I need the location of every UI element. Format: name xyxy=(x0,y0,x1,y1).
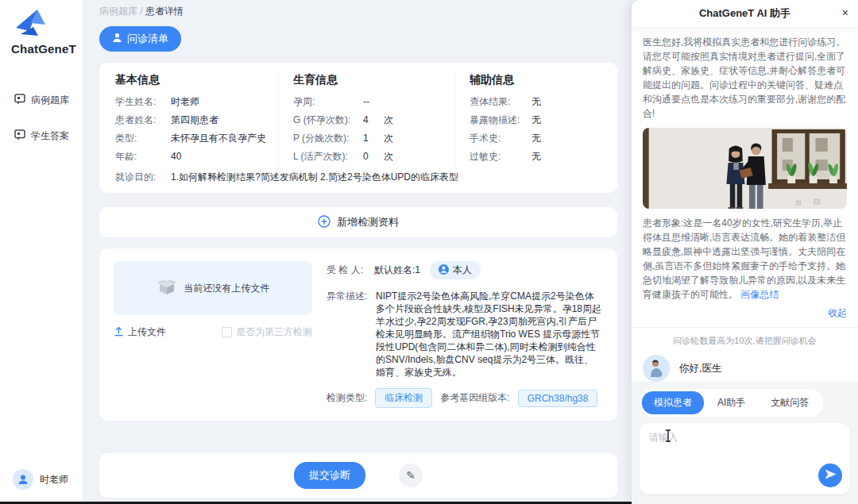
chat-square-icon xyxy=(14,129,25,143)
info-row: 手术史:无 xyxy=(470,133,590,144)
sidebar: ChatGeneT 病例题库 学生答案 时老师 xyxy=(0,0,83,504)
examinee-tag-label: 本人 xyxy=(453,264,472,277)
info-row: 暴露物描述:无 xyxy=(470,114,590,126)
round-limit-notice: 问诊轮数最高为10次,请把握问诊机会 xyxy=(643,335,847,347)
auxiliary-info-column: 辅助信息 查体结果:无 暴露物描述:无 手术史:无 过敏史:无 xyxy=(454,73,601,169)
genome-version-tag[interactable]: GRCh38/hg38 xyxy=(518,390,598,407)
abnormal-desc-text: NIPT提示2号染色体高风险,羊穿CMA提示2号染色体多个片段嵌合性缺失,核型及… xyxy=(376,290,603,379)
fertility-info-title: 生育信息 xyxy=(293,73,443,87)
info-row: 患者姓名:第四期患者 xyxy=(115,114,267,126)
third-party-checkbox-label: 是否为第三方检测 xyxy=(236,325,312,339)
consult-list-button[interactable]: 问诊清单 xyxy=(99,26,181,52)
info-row: P (分娩次数):1次 xyxy=(293,133,443,144)
sidebar-user[interactable]: 时老师 xyxy=(13,469,68,490)
person-icon xyxy=(439,264,449,277)
info-row: 过敏史:无 xyxy=(470,151,590,163)
breadcrumb-current: 患者详情 xyxy=(145,6,184,17)
breadcrumb: 病例题库 / 患者详情 xyxy=(99,5,617,18)
patient-message-row: 你好,医生 xyxy=(643,355,847,382)
detection-card: 当前还没有上传文件 上传文件 是否为第三方检测 xyxy=(99,248,617,421)
submit-diagnosis-button[interactable]: 提交诊断 xyxy=(294,462,365,489)
pencil-icon: ✎ xyxy=(406,469,415,482)
edit-pencil-button[interactable]: ✎ xyxy=(399,464,423,487)
logo: ChatGeneT xyxy=(0,0,83,56)
basic-info-column: 基本信息 学生姓名:时老师 患者姓名:第四期患者 类型:未怀孕且有不良孕产史 年… xyxy=(115,73,278,169)
upload-file-button[interactable]: 上传文件 xyxy=(114,325,166,339)
info-row: 查体结果:无 xyxy=(470,96,590,108)
sidebar-item-label: 学生答案 xyxy=(31,129,69,143)
user-name: 时老师 xyxy=(40,473,68,487)
abnormal-desc-label: 异常描述: xyxy=(327,290,376,379)
logo-text: ChatGeneT xyxy=(11,42,83,56)
user-avatar xyxy=(13,469,33,490)
detection-detail: 受 检 人: 默认姓名:1 本人 异常描述: NIPT提示2号染色体高风险,羊穿… xyxy=(327,261,603,408)
fertility-info-column: 生育信息 孕周:-- G (怀孕次数):4次 P (分娩次数):1次 L (活产… xyxy=(278,73,454,169)
collapse-link[interactable]: 收起 xyxy=(828,307,847,318)
chat-input[interactable] xyxy=(640,423,850,469)
examinee-self-tag[interactable]: 本人 xyxy=(430,261,481,279)
breadcrumb-root[interactable]: 病例题库 xyxy=(99,6,137,17)
patient-scene-photo xyxy=(643,128,847,209)
info-row: 孕周:-- xyxy=(293,96,443,108)
paper-plane-icon xyxy=(825,468,837,483)
third-party-checkbox[interactable]: 是否为第三方检测 xyxy=(222,325,312,339)
upload-dropzone[interactable]: 当前还没有上传文件 xyxy=(114,261,312,315)
assistant-intro-message: 医生您好,我将模拟真实患者和您进行问诊练习。请您尽可能按照真实情境对患者进行提问… xyxy=(643,35,847,121)
info-row: 学生姓名:时老师 xyxy=(115,96,267,108)
breadcrumb-separator: / xyxy=(140,6,142,17)
send-button[interactable] xyxy=(818,464,842,487)
basic-info-title: 基本信息 xyxy=(115,73,267,87)
info-row: G (怀孕次数):4次 xyxy=(293,114,443,126)
assistant-footer: 模拟患者 AI助手 文献问答 xyxy=(632,382,858,504)
upload-area: 当前还没有上传文件 上传文件 是否为第三方检测 xyxy=(114,261,312,408)
info-row: 类型:未怀孕且有不良孕产史 xyxy=(115,133,267,144)
auxiliary-info-title: 辅助信息 xyxy=(470,73,590,87)
plus-circle-icon xyxy=(318,215,330,230)
assistant-tabs: 模拟患者 AI助手 文献问答 xyxy=(640,389,823,417)
chat-input-card xyxy=(640,423,850,494)
chatgenet-logo-icon xyxy=(11,29,48,40)
sidebar-menu: 病例题库 学生答案 xyxy=(0,83,83,154)
patient-info-card: 基本信息 学生姓名:时老师 患者姓名:第四期患者 类型:未怀孕且有不良孕产史 年… xyxy=(99,63,617,193)
chat-square-icon xyxy=(14,94,25,107)
tab-simulated-patient[interactable]: 模拟患者 xyxy=(642,391,704,414)
assistant-chat-area: 医生您好,我将模拟真实患者和您进行问诊练习。请您尽可能按照真实情境对患者进行提问… xyxy=(632,27,858,504)
sidebar-item-case-library[interactable]: 病例题库 xyxy=(0,83,83,118)
sidebar-item-student-answers[interactable]: 学生答案 xyxy=(0,118,83,154)
chat-divider xyxy=(632,327,858,328)
tab-ai-assistant[interactable]: AI助手 xyxy=(705,391,757,414)
ai-assistant-panel: ChatGeneT AI 助手 × 医生您好,我将模拟真实患者和您进行问诊练习。… xyxy=(632,0,858,504)
info-row: L (活产次数):0次 xyxy=(293,151,443,163)
visit-purpose-row: 就诊目的: 1.如何解释检测结果?简述发病机制 2.简述2号染色体UPD的临床表… xyxy=(115,171,601,183)
add-test-material-button[interactable]: 新增检测资料 xyxy=(99,207,617,237)
assistant-header: ChatGeneT AI 助手 × xyxy=(632,0,858,27)
person-list-icon xyxy=(112,33,122,45)
sidebar-item-label: 病例题库 xyxy=(31,94,69,107)
test-type-tag[interactable]: 临床检测 xyxy=(375,388,432,408)
patient-persona-message: 患者形象:这是一名40岁的女性,研究生学历,举止得体且思维清晰,语言表达流畅。她… xyxy=(643,216,847,302)
patient-message-text: 你好,医生 xyxy=(679,355,721,375)
add-test-material-label: 新增检测资料 xyxy=(337,215,399,229)
examinee-name: 默认姓名:1 xyxy=(374,264,420,277)
upload-file-label: 上传文件 xyxy=(128,325,166,339)
checkbox-icon[interactable] xyxy=(222,327,232,337)
tab-literature-qa[interactable]: 文献问答 xyxy=(759,391,821,414)
upload-empty-text: 当前还没有上传文件 xyxy=(184,282,270,295)
examinee-label: 受 检 人: xyxy=(327,264,363,277)
assistant-title: ChatGeneT AI 助手 xyxy=(699,6,790,21)
upload-icon xyxy=(114,326,124,339)
persona-summary-link[interactable]: 画像总结 xyxy=(740,289,779,300)
patient-avatar xyxy=(643,355,670,382)
action-bar: 提交诊断 ✎ xyxy=(99,453,617,498)
info-row: 年龄:40 xyxy=(115,151,267,163)
app-root: ChatGeneT 病例题库 学生答案 时老师 xyxy=(0,0,858,504)
test-type-label: 检测类型: xyxy=(327,391,367,405)
empty-box-icon xyxy=(157,279,177,298)
main-content: 病例题库 / 患者详情 问诊清单 基本信息 学生姓名:时老师 患者姓名:第四期患… xyxy=(83,0,632,504)
consult-list-label: 问诊清单 xyxy=(127,32,168,46)
close-icon[interactable]: × xyxy=(842,7,848,18)
genome-version-label: 参考基因组版本: xyxy=(440,391,509,405)
